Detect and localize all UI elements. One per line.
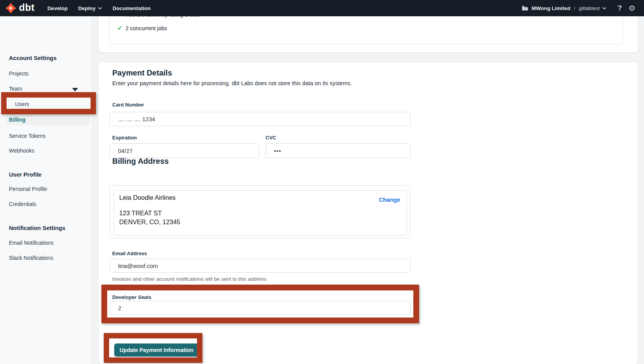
payment-details-description: Enter your payment details here for proc…	[112, 80, 352, 86]
payment-details-card: Payment Details Enter your payment detai…	[99, 63, 638, 364]
check-icon: ✓	[117, 24, 122, 32]
gear-icon[interactable]: ⚙	[629, 4, 635, 12]
nav-documentation-label: Documentation	[113, 5, 151, 11]
plan-feature-label: 2 concurrent jobs	[125, 25, 167, 31]
billing-address-street: 123 TREAT ST	[119, 209, 162, 217]
sidebar-heading-user-profile: User Profile	[9, 171, 41, 178]
card-number-label: Card Number	[112, 102, 144, 108]
sidebar-item-service-tokens[interactable]: Service Tokens	[9, 133, 46, 139]
change-address-link[interactable]: Change	[379, 196, 400, 203]
sidebar-heading-account-settings: Account Settings	[9, 55, 57, 61]
cvc-label: CVC	[265, 135, 276, 141]
sidebar-item-billing[interactable]: Billing	[7, 114, 90, 125]
dbt-logo-icon	[5, 2, 17, 14]
sidebar-item-email-notifications[interactable]: Email Notifications	[9, 240, 53, 246]
sidebar-item-slack-notifications[interactable]: Slack Notifications	[9, 255, 53, 261]
chevron-down-icon	[98, 7, 102, 10]
sidebar-item-webhooks[interactable]: Webhooks	[9, 148, 34, 154]
project-switcher[interactable]: gitlabtest	[579, 5, 606, 11]
developer-seats-input[interactable]	[110, 301, 411, 315]
billing-address-name: Leia Doodle Airlines	[119, 194, 176, 201]
billing-address-title: Billing Address	[112, 157, 169, 166]
sidebar-item-personal-profile[interactable]: Personal Profile	[9, 186, 47, 192]
brand-text: dbt	[19, 3, 34, 14]
expiration-input[interactable]	[110, 143, 259, 158]
top-navbar: dbt Develop Deploy Documentation MWong L…	[0, 0, 644, 16]
card-number-input[interactable]	[110, 112, 411, 126]
developer-seats-label: Developer Seats	[112, 294, 151, 300]
sidebar-heading-notification-settings: Notification Settings	[9, 225, 65, 231]
dbt-logo[interactable]: dbt	[5, 2, 34, 14]
update-payment-information-button[interactable]: Update Payment Information	[114, 343, 199, 357]
sidebar-item-credentials[interactable]: Credentials	[9, 201, 36, 207]
project-name: gitlabtest	[579, 5, 599, 11]
main-nav: Develop Deploy Documentation	[47, 5, 151, 11]
nav-develop-label: Develop	[47, 5, 68, 11]
billing-address-city: DENVER, CO, 12345	[119, 218, 180, 226]
plan-feature-row: ✓ 2 concurrent jobs	[117, 24, 167, 32]
account-name[interactable]: MWong Limited	[531, 5, 570, 11]
navbar-right: MWong Limited / gitlabtest ? ⚙	[522, 4, 635, 12]
sidebar-item-users[interactable]: Users	[15, 101, 29, 107]
nav-deploy-label: Deploy	[78, 5, 96, 11]
help-icon[interactable]: ?	[617, 4, 622, 12]
billing-address-summary: Leia Doodle Airlines Change 123 TREAT ST…	[114, 190, 407, 235]
team-expand-caret-icon[interactable]	[72, 88, 78, 91]
nav-deploy[interactable]: Deploy	[78, 5, 102, 11]
billing-address-box: Leia Doodle Airlines Change 123 TREAT ST…	[110, 185, 410, 238]
sidebar-item-projects[interactable]: Projects	[9, 70, 29, 77]
chevron-down-icon	[602, 7, 606, 10]
folder-icon	[522, 5, 528, 11]
nav-develop[interactable]: Develop	[47, 5, 68, 11]
path-separator: /	[574, 5, 575, 11]
email-helper-text: Invoices and other account notifications…	[112, 276, 266, 282]
cvc-input[interactable]	[265, 143, 411, 158]
email-address-label: Email Address	[112, 251, 147, 256]
nav-documentation[interactable]: Documentation	[113, 5, 151, 11]
sidebar-item-team[interactable]: Team	[9, 86, 22, 92]
expiration-label: Expiration	[112, 135, 137, 141]
settings-sidebar: Account Settings Projects Team Users Bil…	[0, 16, 92, 364]
page-root: dbt Develop Deploy Documentation MWong L…	[0, 0, 644, 364]
payment-details-title: Payment Details	[112, 69, 172, 77]
sidebar-item-billing-label: Billing	[7, 117, 26, 123]
email-address-input[interactable]	[110, 259, 411, 273]
